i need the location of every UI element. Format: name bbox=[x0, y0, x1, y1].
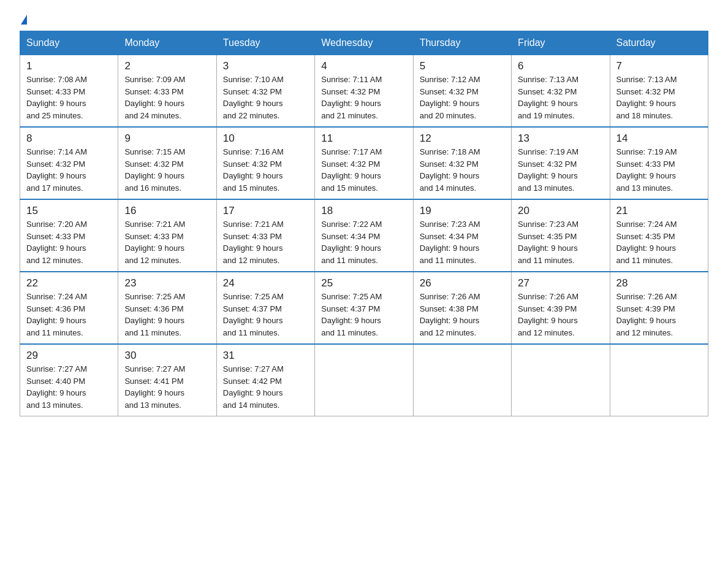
day-number: 1 bbox=[26, 60, 112, 72]
day-info: Sunrise: 7:23 AMSunset: 4:34 PMDaylight:… bbox=[420, 220, 480, 265]
day-number: 4 bbox=[321, 60, 406, 72]
day-number: 22 bbox=[26, 277, 112, 289]
calendar-cell: 13 Sunrise: 7:19 AMSunset: 4:32 PMDaylig… bbox=[512, 127, 610, 199]
calendar-cell: 30 Sunrise: 7:27 AMSunset: 4:41 PMDaylig… bbox=[118, 344, 216, 416]
day-number: 17 bbox=[223, 205, 308, 217]
day-info: Sunrise: 7:16 AMSunset: 4:32 PMDaylight:… bbox=[223, 147, 284, 193]
calendar-cell: 11 Sunrise: 7:17 AMSunset: 4:32 PMDaylig… bbox=[315, 127, 413, 199]
calendar-cell: 18 Sunrise: 7:22 AMSunset: 4:34 PMDaylig… bbox=[315, 199, 413, 272]
header-tuesday: Tuesday bbox=[216, 31, 314, 55]
header-friday: Friday bbox=[512, 31, 610, 55]
day-number: 19 bbox=[420, 205, 505, 217]
logo-text bbox=[20, 15, 27, 26]
calendar-cell: 17 Sunrise: 7:21 AMSunset: 4:33 PMDaylig… bbox=[216, 199, 314, 272]
day-info: Sunrise: 7:25 AMSunset: 4:36 PMDaylight:… bbox=[124, 292, 185, 337]
day-number: 6 bbox=[518, 60, 603, 72]
day-info: Sunrise: 7:19 AMSunset: 4:32 PMDaylight:… bbox=[518, 147, 578, 193]
header-wednesday: Wednesday bbox=[315, 31, 413, 55]
day-info: Sunrise: 7:09 AMSunset: 4:33 PMDaylight:… bbox=[124, 75, 185, 120]
day-number: 9 bbox=[124, 132, 210, 145]
calendar-cell: 21 Sunrise: 7:24 AMSunset: 4:35 PMDaylig… bbox=[610, 199, 708, 272]
day-info: Sunrise: 7:27 AMSunset: 4:41 PMDaylight:… bbox=[124, 364, 185, 410]
calendar-cell: 6 Sunrise: 7:13 AMSunset: 4:32 PMDayligh… bbox=[512, 55, 610, 128]
day-number: 13 bbox=[518, 132, 603, 145]
calendar-header-row: SundayMondayTuesdayWednesdayThursdayFrid… bbox=[20, 31, 708, 55]
day-info: Sunrise: 7:15 AMSunset: 4:32 PMDaylight:… bbox=[124, 147, 185, 193]
day-number: 10 bbox=[223, 132, 308, 145]
calendar-cell: 16 Sunrise: 7:21 AMSunset: 4:33 PMDaylig… bbox=[118, 199, 216, 272]
calendar-cell: 20 Sunrise: 7:23 AMSunset: 4:35 PMDaylig… bbox=[512, 199, 610, 272]
header-saturday: Saturday bbox=[610, 31, 708, 55]
day-info: Sunrise: 7:12 AMSunset: 4:32 PMDaylight:… bbox=[420, 75, 480, 120]
day-info: Sunrise: 7:21 AMSunset: 4:33 PMDaylight:… bbox=[223, 220, 284, 265]
calendar-cell: 14 Sunrise: 7:19 AMSunset: 4:33 PMDaylig… bbox=[610, 127, 708, 199]
calendar-cell bbox=[413, 344, 511, 416]
day-number: 31 bbox=[223, 350, 308, 362]
calendar-cell: 31 Sunrise: 7:27 AMSunset: 4:42 PMDaylig… bbox=[216, 344, 314, 416]
day-number: 25 bbox=[321, 277, 406, 289]
day-info: Sunrise: 7:25 AMSunset: 4:37 PMDaylight:… bbox=[223, 292, 284, 337]
day-number: 29 bbox=[26, 350, 112, 362]
calendar-cell: 4 Sunrise: 7:11 AMSunset: 4:32 PMDayligh… bbox=[315, 55, 413, 128]
day-number: 24 bbox=[223, 277, 308, 289]
day-number: 27 bbox=[518, 277, 603, 289]
day-info: Sunrise: 7:10 AMSunset: 4:32 PMDaylight:… bbox=[223, 75, 284, 120]
day-info: Sunrise: 7:18 AMSunset: 4:32 PMDaylight:… bbox=[420, 147, 480, 193]
day-info: Sunrise: 7:21 AMSunset: 4:33 PMDaylight:… bbox=[124, 220, 185, 265]
day-number: 7 bbox=[616, 60, 702, 72]
day-info: Sunrise: 7:25 AMSunset: 4:37 PMDaylight:… bbox=[321, 292, 382, 337]
calendar-cell: 23 Sunrise: 7:25 AMSunset: 4:36 PMDaylig… bbox=[118, 272, 216, 344]
day-number: 28 bbox=[616, 277, 702, 289]
day-number: 8 bbox=[26, 132, 112, 145]
calendar-cell: 25 Sunrise: 7:25 AMSunset: 4:37 PMDaylig… bbox=[315, 272, 413, 344]
logo-triangle-icon bbox=[21, 15, 27, 25]
calendar-cell: 3 Sunrise: 7:10 AMSunset: 4:32 PMDayligh… bbox=[216, 55, 314, 128]
calendar-week-row: 22 Sunrise: 7:24 AMSunset: 4:36 PMDaylig… bbox=[20, 272, 708, 344]
calendar-cell: 7 Sunrise: 7:13 AMSunset: 4:32 PMDayligh… bbox=[610, 55, 708, 128]
day-info: Sunrise: 7:26 AMSunset: 4:39 PMDaylight:… bbox=[616, 292, 677, 337]
day-info: Sunrise: 7:20 AMSunset: 4:33 PMDaylight:… bbox=[26, 220, 87, 265]
calendar-cell: 29 Sunrise: 7:27 AMSunset: 4:40 PMDaylig… bbox=[20, 344, 118, 416]
day-info: Sunrise: 7:27 AMSunset: 4:40 PMDaylight:… bbox=[26, 364, 87, 410]
day-number: 2 bbox=[124, 60, 210, 72]
calendar-cell: 10 Sunrise: 7:16 AMSunset: 4:32 PMDaylig… bbox=[216, 127, 314, 199]
day-info: Sunrise: 7:27 AMSunset: 4:42 PMDaylight:… bbox=[223, 364, 284, 410]
day-info: Sunrise: 7:11 AMSunset: 4:32 PMDaylight:… bbox=[321, 75, 382, 120]
day-number: 23 bbox=[124, 277, 210, 289]
day-info: Sunrise: 7:13 AMSunset: 4:32 PMDaylight:… bbox=[616, 75, 677, 120]
day-number: 11 bbox=[321, 132, 406, 145]
calendar-cell: 15 Sunrise: 7:20 AMSunset: 4:33 PMDaylig… bbox=[20, 199, 118, 272]
calendar-cell: 12 Sunrise: 7:18 AMSunset: 4:32 PMDaylig… bbox=[413, 127, 511, 199]
day-info: Sunrise: 7:24 AMSunset: 4:36 PMDaylight:… bbox=[26, 292, 87, 337]
day-info: Sunrise: 7:08 AMSunset: 4:33 PMDaylight:… bbox=[26, 75, 87, 120]
day-number: 5 bbox=[420, 60, 505, 72]
day-info: Sunrise: 7:13 AMSunset: 4:32 PMDaylight:… bbox=[518, 75, 578, 120]
calendar-week-row: 29 Sunrise: 7:27 AMSunset: 4:40 PMDaylig… bbox=[20, 344, 708, 416]
calendar-cell bbox=[315, 344, 413, 416]
day-number: 21 bbox=[616, 205, 702, 217]
calendar-cell: 5 Sunrise: 7:12 AMSunset: 4:32 PMDayligh… bbox=[413, 55, 511, 128]
calendar-cell: 28 Sunrise: 7:26 AMSunset: 4:39 PMDaylig… bbox=[610, 272, 708, 344]
day-info: Sunrise: 7:22 AMSunset: 4:34 PMDaylight:… bbox=[321, 220, 382, 265]
calendar-cell: 1 Sunrise: 7:08 AMSunset: 4:33 PMDayligh… bbox=[20, 55, 118, 128]
calendar-cell bbox=[610, 344, 708, 416]
calendar-cell: 27 Sunrise: 7:26 AMSunset: 4:39 PMDaylig… bbox=[512, 272, 610, 344]
day-info: Sunrise: 7:23 AMSunset: 4:35 PMDaylight:… bbox=[518, 220, 578, 265]
day-number: 26 bbox=[420, 277, 505, 289]
day-number: 16 bbox=[124, 205, 210, 217]
calendar-cell: 9 Sunrise: 7:15 AMSunset: 4:32 PMDayligh… bbox=[118, 127, 216, 199]
page-header bbox=[20, 15, 708, 25]
day-number: 20 bbox=[518, 205, 603, 217]
day-number: 3 bbox=[223, 60, 308, 72]
day-info: Sunrise: 7:26 AMSunset: 4:39 PMDaylight:… bbox=[518, 292, 578, 337]
day-info: Sunrise: 7:26 AMSunset: 4:38 PMDaylight:… bbox=[420, 292, 480, 337]
day-info: Sunrise: 7:19 AMSunset: 4:33 PMDaylight:… bbox=[616, 147, 677, 193]
calendar-cell: 2 Sunrise: 7:09 AMSunset: 4:33 PMDayligh… bbox=[118, 55, 216, 128]
calendar-cell bbox=[512, 344, 610, 416]
day-number: 30 bbox=[124, 350, 210, 362]
header-monday: Monday bbox=[118, 31, 216, 55]
calendar-cell: 24 Sunrise: 7:25 AMSunset: 4:37 PMDaylig… bbox=[216, 272, 314, 344]
day-number: 18 bbox=[321, 205, 406, 217]
header-thursday: Thursday bbox=[413, 31, 511, 55]
calendar-cell: 26 Sunrise: 7:26 AMSunset: 4:38 PMDaylig… bbox=[413, 272, 511, 344]
